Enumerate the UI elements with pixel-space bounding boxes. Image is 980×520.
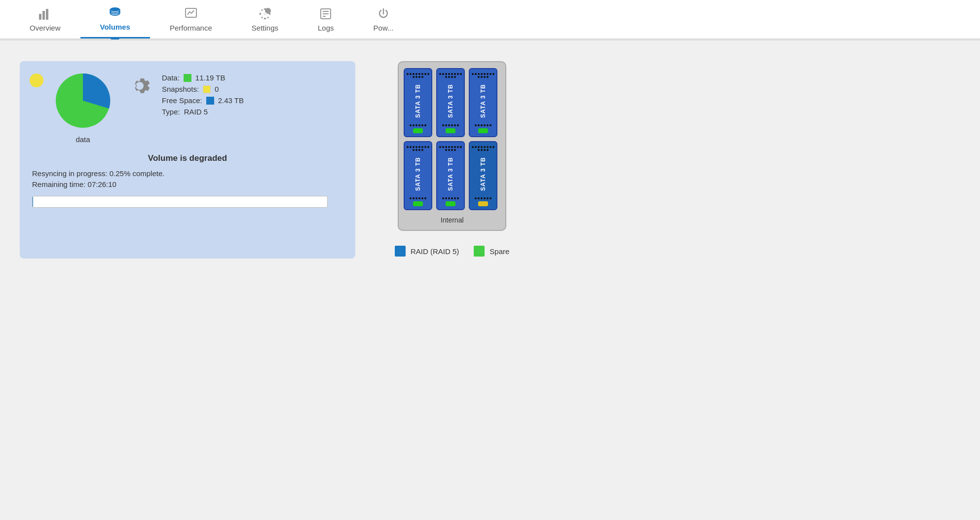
drive-2-dots-top [438, 73, 463, 78]
data-color-box [184, 74, 191, 82]
freespace-color-box [206, 97, 214, 105]
svg-rect-2 [46, 9, 48, 20]
snapshots-label: Snapshots: [162, 85, 199, 93]
data-row: Data: 11.19 TB [162, 74, 244, 82]
drive-panel-label: Internal [404, 216, 500, 224]
drive-5-dots-bottom [438, 197, 463, 199]
gear-icon[interactable] [127, 74, 152, 98]
svg-rect-0 [39, 14, 41, 20]
volume-card-header: data Data: 11.19 TB Snapshots: 0 [30, 71, 345, 144]
svg-rect-1 [42, 11, 45, 20]
nav-volumes[interactable]: Volumes [80, 0, 150, 38]
drive-2: SATA 3 TB [436, 68, 465, 137]
type-value: RAID 5 [184, 108, 208, 116]
drive-3-dots-bottom [471, 124, 495, 126]
drive-4-label: SATA 3 TB [415, 151, 421, 197]
snapshots-value: 0 [215, 85, 219, 93]
volume-status-text: Volume is degraded [32, 153, 343, 163]
drive-1-dots-bottom [406, 124, 430, 126]
volume-info: Data: 11.19 TB Snapshots: 0 Free Space: … [162, 74, 244, 116]
drive-4-led [413, 201, 423, 206]
legend-spare-label: Spare [490, 247, 509, 256]
volume-card-body: Volume is degraded Resyncing in progress… [30, 153, 345, 208]
drive-3: SATA 3 TB [469, 68, 497, 137]
drive-2-led [446, 128, 455, 133]
freespace-row: Free Space: 2.43 TB [162, 96, 244, 105]
data-label: Data: [162, 74, 180, 82]
resync-progress-fill [33, 196, 33, 207]
nav-overview[interactable]: Overview [10, 0, 80, 38]
drive-row-2: SATA 3 TB [404, 141, 500, 210]
drive-panel-internal: SATA 3 TB [398, 61, 506, 231]
power-icon [377, 7, 390, 21]
drive-4-dots-top [406, 146, 430, 151]
drive-6-label: SATA 3 TB [480, 151, 487, 197]
legend-spare-color [474, 246, 485, 257]
type-row: Type: RAID 5 [162, 108, 244, 116]
svg-point-5 [263, 12, 266, 15]
legend-raid-color [395, 246, 406, 257]
drive-3-dots-top [471, 73, 495, 78]
data-value: 11.19 TB [195, 74, 226, 82]
nav-performance[interactable]: Performance [150, 0, 232, 38]
drive-6-led [478, 201, 488, 206]
volume-resync-text: Resyncing in progress: 0.25% complete. [32, 169, 343, 178]
volume-name: data [75, 135, 90, 144]
volumes-icon [108, 6, 122, 20]
drive-6-dots-top [471, 146, 495, 151]
drive-6-dots-bottom [471, 197, 495, 199]
drive-2-label: SATA 3 TB [447, 78, 454, 124]
nav-overview-label: Overview [30, 24, 61, 32]
drive-5-dots-top [438, 146, 463, 151]
drive-3-label: SATA 3 TB [480, 78, 487, 124]
freespace-label: Free Space: [162, 96, 202, 105]
drive-2-dots-bottom [438, 124, 463, 126]
resync-progress-bar [32, 196, 328, 208]
performance-icon [184, 7, 198, 21]
drive-5-label: SATA 3 TB [447, 151, 454, 197]
nav-settings-label: Settings [252, 24, 278, 32]
pie-chart-container: data [53, 71, 113, 144]
drive-1-dots-top [406, 73, 430, 78]
drive-row-1: SATA 3 TB [404, 68, 500, 137]
nav-logs-label: Logs [318, 24, 334, 32]
legend-raid: RAID (RAID 5) [395, 246, 459, 257]
freespace-value: 2.43 TB [218, 96, 244, 105]
nav-performance-label: Performance [170, 24, 212, 32]
nav-power[interactable]: Pow... [354, 0, 414, 38]
overview-icon [38, 7, 52, 21]
nav-settings[interactable]: Settings [232, 0, 298, 38]
volume-card: data Data: 11.19 TB Snapshots: 0 [20, 61, 355, 259]
drive-1-led [413, 128, 423, 133]
gear-icon-container[interactable] [127, 74, 152, 100]
type-label: Type: [162, 108, 180, 116]
drive-5: SATA 3 TB [436, 141, 465, 210]
volume-remaining-text: Remaining time: 07:26:10 [32, 180, 343, 188]
legend-raid-label: RAID (RAID 5) [411, 247, 459, 256]
nav-power-label: Pow... [374, 24, 394, 32]
drive-1-label: SATA 3 TB [415, 78, 421, 124]
drive-6: SATA 3 TB [469, 141, 497, 210]
logs-icon [319, 7, 333, 21]
snapshots-color-box [203, 85, 211, 93]
settings-icon [258, 7, 272, 21]
drive-1: SATA 3 TB [404, 68, 432, 137]
drive-legend: RAID (RAID 5) Spare [395, 246, 509, 257]
snapshots-row: Snapshots: 0 [162, 85, 244, 93]
nav-volumes-label: Volumes [100, 23, 130, 31]
drive-bay-section: SATA 3 TB [395, 61, 509, 257]
drive-3-led [478, 128, 488, 133]
drive-4-dots-bottom [406, 197, 430, 199]
drive-4: SATA 3 TB [404, 141, 432, 210]
nav-logs[interactable]: Logs [298, 0, 354, 38]
legend-spare: Spare [474, 246, 509, 257]
volume-status-dot [30, 74, 43, 87]
drive-5-led [446, 201, 455, 206]
svg-point-3 [110, 7, 120, 11]
volume-pie-chart [53, 71, 113, 130]
main-content: data Data: 11.19 TB Snapshots: 0 [0, 46, 980, 273]
top-navigation: Overview Volumes Performance [0, 0, 980, 39]
